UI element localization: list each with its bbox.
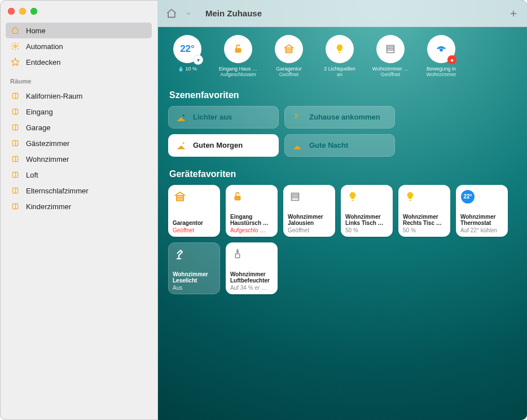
sidebar-item-label: Entdecken: [26, 58, 60, 67]
sidebar-item-label: Elternschlafzimmer: [26, 187, 89, 195]
scene-label: Lichter aus: [193, 113, 232, 121]
lock-open-icon: [230, 189, 245, 204]
house-sun-icon: [175, 139, 187, 152]
chevron-down-icon[interactable]: [183, 8, 194, 19]
scene-label: Guten Morgen: [193, 141, 243, 149]
sidebar-item-label: Eingang: [26, 108, 53, 116]
svg-rect-21: [409, 200, 411, 201]
svg-rect-11: [339, 52, 341, 54]
status-lights[interactable]: 2 Lichtquellen an: [320, 35, 359, 78]
room-icon: [10, 201, 20, 211]
scene-good-night[interactable]: Gute Nacht: [284, 134, 395, 157]
svg-point-16: [183, 142, 185, 144]
device-state: Aufgeschlo …: [230, 227, 273, 233]
sidebar-item-home[interactable]: Home: [6, 23, 152, 38]
sidebar-item-label: Kinderzimmer: [26, 202, 71, 211]
sidebar-room-gaestezimmer[interactable]: Gästezimmer: [6, 135, 152, 151]
device-state: Geöffnet: [173, 227, 216, 233]
room-icon: [10, 107, 20, 117]
sidebar-item-label: Home: [26, 26, 46, 35]
window-controls: [0, 6, 157, 23]
device-name: Wohnzimmer Rechts Tisc …: [403, 214, 446, 226]
sidebar-item-label: Automation: [26, 42, 63, 51]
garage-icon: [275, 35, 303, 63]
device-state: Auf 34 % er …: [230, 285, 273, 291]
scene-lights-off[interactable]: Lichter aus: [168, 106, 279, 129]
sidebar-item-label: Loft: [26, 171, 38, 179]
bulb-icon: [403, 189, 418, 204]
sidebar-item-discover[interactable]: Entdecken: [6, 54, 152, 70]
lock-open-icon: [224, 35, 252, 63]
house-icon: [10, 25, 20, 36]
device-name: Wohnzimmer Leselicht: [173, 271, 216, 284]
device-state: 50 %: [403, 227, 446, 233]
page-title: Mein Zuhause: [205, 8, 262, 18]
content: 22° ▾ 💧 10 % Eingang Haus … Aufgeschloss…: [158, 27, 527, 304]
device-table-light-right[interactable]: Wohnzimmer Rechts Tisc … 50 %: [398, 185, 450, 237]
alert-badge-icon: ●: [447, 55, 456, 64]
arrow-down-icon: ▾: [194, 55, 203, 64]
device-state: Geöffnet: [288, 227, 331, 233]
device-humidifier[interactable]: Wohnzimmer Luftbefeuchter Auf 34 % er …: [226, 242, 278, 294]
svg-rect-17: [177, 196, 183, 201]
room-icon: [10, 154, 20, 164]
device-state: 50 %: [345, 227, 388, 233]
add-button[interactable]: [508, 8, 519, 19]
sidebar-item-automation[interactable]: Automation: [6, 38, 152, 54]
person-arrive-icon: [291, 111, 304, 123]
status-garage[interactable]: Garagentor Geöffnet: [270, 35, 308, 78]
status-row: 22° ▾ 💧 10 % Eingang Haus … Aufgeschloss…: [168, 35, 517, 78]
svg-rect-9: [235, 48, 241, 52]
scene-good-morning[interactable]: Guten Morgen: [168, 134, 279, 157]
sidebar-room-kinderzimmer[interactable]: Kinderzimmer: [6, 198, 152, 214]
svg-point-14: [183, 114, 185, 116]
status-motion[interactable]: ● Bewegung in Wohnzimmer: [422, 35, 460, 78]
sidebar-item-label: Wohnzimmer: [26, 155, 69, 163]
close-window-icon[interactable]: [8, 8, 15, 15]
zoom-window-icon[interactable]: [30, 8, 37, 15]
svg-rect-22: [235, 254, 239, 258]
sidebar-room-elternschlafzimmer[interactable]: Elternschlafzimmer: [6, 183, 152, 198]
device-blinds[interactable]: Wohnzimmer Jalousien Geöffnet: [283, 185, 335, 237]
sidebar-item-label: Garage: [26, 123, 50, 132]
room-icon: [10, 185, 20, 196]
humidifier-icon: [230, 247, 245, 262]
sidebar-room-eingang[interactable]: Eingang: [6, 104, 152, 120]
scene-label: Zuhause ankommen: [309, 113, 380, 121]
svg-point-13: [440, 49, 442, 51]
sidebar-room-wohnzimmer[interactable]: Wohnzimmer: [6, 151, 152, 167]
sidebar-item-label: Gästezimmer: [26, 139, 69, 148]
scene-label: Gute Nacht: [309, 141, 348, 149]
sidebar-room-garage[interactable]: Garage: [6, 120, 152, 135]
device-table-light-left[interactable]: Wohnzimmer Links Tisch … 50 %: [341, 185, 393, 237]
status-door-lock[interactable]: Eingang Haus … Aufgeschlossen: [219, 35, 257, 78]
star-icon: [10, 57, 20, 67]
device-state: Aus: [173, 285, 216, 291]
status-blinds[interactable]: Wohnzimmer … Geöffnet: [371, 35, 410, 78]
scene-arrive-home[interactable]: Zuhause ankommen: [284, 106, 395, 129]
blinds-icon: [376, 35, 405, 63]
sidebar-item-label: Kalifornien-Raum: [26, 92, 82, 100]
status-climate[interactable]: 22° ▾ 💧 10 %: [168, 35, 207, 72]
lamp-icon: [173, 247, 187, 262]
temperature-icon: 22° ▾: [173, 35, 201, 63]
sidebar-room-loft[interactable]: Loft: [6, 167, 152, 183]
house-moon-icon: [291, 139, 304, 152]
svg-rect-18: [235, 196, 241, 200]
device-garage-door[interactable]: Garagentor Geöffnet: [168, 185, 220, 237]
device-state: Auf 22° kühlen: [460, 227, 503, 233]
device-name: Wohnzimmer Links Tisch …: [345, 214, 388, 226]
bulb-icon: [345, 189, 360, 204]
motion-icon: ●: [427, 35, 455, 63]
device-name: Garagentor: [173, 220, 216, 226]
minimize-window-icon[interactable]: [19, 8, 26, 15]
room-icon: [10, 122, 20, 132]
room-icon: [10, 91, 20, 101]
device-thermostat[interactable]: 22° Wohnzimmer Thermostat Auf 22° kühlen: [456, 185, 508, 237]
device-name: Wohnzimmer Jalousien: [288, 214, 331, 226]
sidebar-room-kalifornien[interactable]: Kalifornien-Raum: [6, 88, 152, 104]
scenes-grid: Lichter aus Zuhause ankommen Guten Morge…: [168, 106, 517, 157]
device-front-door-lock[interactable]: Eingang Haustürsch … Aufgeschlo …: [226, 185, 278, 237]
device-reading-light[interactable]: Wohnzimmer Leselicht Aus: [168, 242, 220, 294]
home-menu-button[interactable]: [166, 8, 177, 19]
